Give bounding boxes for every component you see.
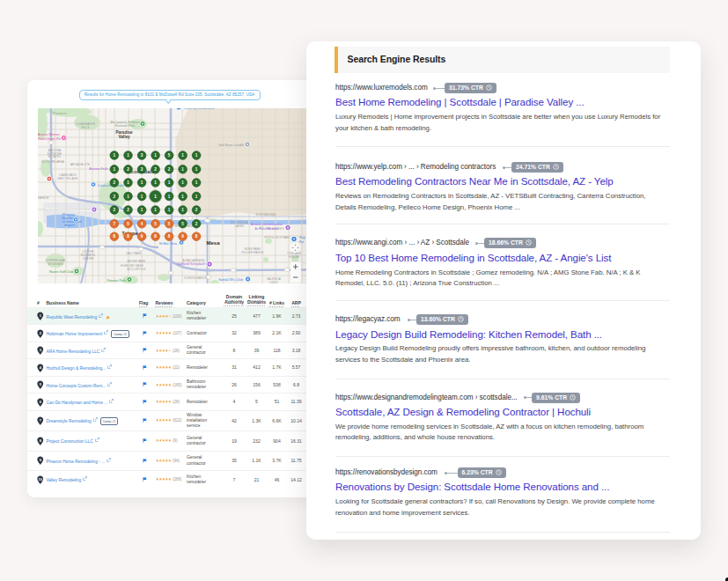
svg-text:MCCLINTOCK: MCCLINTOCK <box>127 268 145 271</box>
svg-text:10: 10 <box>39 476 43 481</box>
svg-text:Mesa: Mesa <box>206 240 220 246</box>
svg-text:Air Force Museum: Air Force Museum <box>255 227 279 231</box>
svg-text:Golfland Sunsplash: Golfland Sunsplash <box>177 262 205 266</box>
svg-text:NORTHBORNE: NORTHBORNE <box>256 213 276 217</box>
svg-text:LINDO: LINDO <box>269 281 278 283</box>
svg-text:SALT PARK: SALT PARK <box>126 252 141 255</box>
svg-text:Kiwanis Park: Kiwanis Park <box>107 279 126 283</box>
svg-text:EAST VILLAGE: EAST VILLAGE <box>58 177 78 180</box>
svg-text:CENTER: CENTER <box>82 257 94 261</box>
svg-text:Sug: Sug <box>299 236 305 239</box>
svg-text:BILTMORE AREA: BILTMORE AREA <box>41 160 64 164</box>
svg-text:Hi Mar Vista: Hi Mar Vista <box>159 242 178 246</box>
svg-text:Airport: Airport <box>64 224 75 227</box>
svg-text:FIGURE: FIGURE <box>289 255 299 259</box>
svg-text:Arizona Biltmore: Arizona Biltmore <box>38 133 60 136</box>
svg-text:1: 1 <box>154 194 157 199</box>
svg-text:Butterfly Wonderland: Butterfly Wonderland <box>184 108 214 110</box>
svg-text:Arizona Falls: Arizona Falls <box>89 167 107 171</box>
svg-text:ARCADIA LITE: ARCADIA LITE <box>70 163 90 166</box>
svg-text:Paradise: Paradise <box>115 130 133 135</box>
svg-text:Valley: Valley <box>118 135 129 139</box>
svg-text:ESTATES: ESTATES <box>48 155 61 158</box>
svg-text:Arizona Commemorative: Arizona Commemorative <box>251 223 283 226</box>
svg-text:Raven Golf Club: Raven Golf Club <box>49 270 73 274</box>
svg-text:Railroad Park: Railroad Park <box>115 124 136 128</box>
svg-text:LAKES: LAKES <box>235 224 244 228</box>
svg-text:HILLS: HILLS <box>81 126 89 129</box>
svg-text:FULLER RANCH: FULLER RANCH <box>242 251 264 254</box>
svg-text:POST&#39;S PARK: POST&#39;S PARK <box>264 236 290 239</box>
svg-text:Sam&#39;s Club: Sam&#39;s Club <box>218 278 243 282</box>
svg-text:Preserve: Preserve <box>53 112 67 115</box>
svg-text:MOUNTAIN: MOUNTAIN <box>48 262 63 266</box>
svg-text:Salt River Landfill: Salt River Landfill <box>218 143 244 147</box>
svg-text:MEYER PARK: MEYER PARK <box>128 260 146 263</box>
svg-text:AIR HARBOR: AIR HARBOR <box>38 196 48 200</box>
svg-text:OLESON RANCH: OLESON RANCH <box>184 276 207 280</box>
svg-text:Far: Far <box>299 240 305 244</box>
